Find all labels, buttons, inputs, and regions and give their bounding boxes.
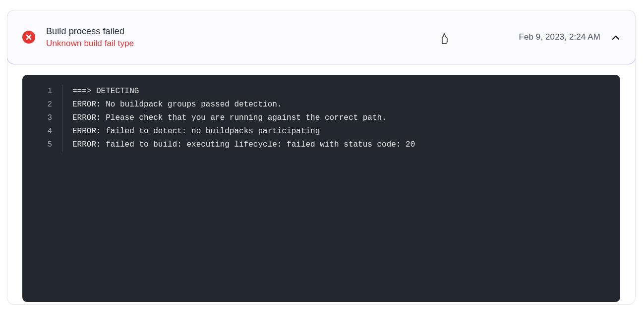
build-timestamp: Feb 9, 2023, 2:24 AM xyxy=(519,32,600,42)
log-line: 5 ERROR: failed to build: executing life… xyxy=(22,138,620,152)
log-line: 2 ERROR: No buildpack groups passed dete… xyxy=(22,98,620,111)
log-line-content: ERROR: failed to build: executing lifecy… xyxy=(62,138,415,152)
log-line-content: ERROR: No buildpack groups passed detect… xyxy=(62,98,282,111)
log-line-number: 5 xyxy=(22,138,62,152)
header-texts: Build process failed Unknown build fail … xyxy=(46,26,134,49)
log-line-content: ERROR: Please check that you are running… xyxy=(62,111,387,125)
log-line-number: 2 xyxy=(22,98,62,111)
log-line-content: ERROR: failed to detect: no buildpacks p… xyxy=(62,125,320,138)
log-line-number: 1 xyxy=(22,85,62,98)
log-line-number: 3 xyxy=(22,111,62,125)
build-status-card: Build process failed Unknown build fail … xyxy=(7,10,636,305)
log-line: 1 ===> DETECTING xyxy=(22,85,620,98)
error-icon xyxy=(22,31,35,44)
log-line-content: ===> DETECTING xyxy=(62,85,139,98)
header-right: Feb 9, 2023, 2:24 AM xyxy=(519,32,620,42)
build-status-header[interactable]: Build process failed Unknown build fail … xyxy=(7,10,636,64)
log-line: 4 ERROR: failed to detect: no buildpacks… xyxy=(22,125,620,138)
build-status-title: Build process failed xyxy=(46,26,134,37)
build-log-panel: 1 ===> DETECTING 2 ERROR: No buildpack g… xyxy=(22,75,620,302)
log-line: 3 ERROR: Please check that you are runni… xyxy=(22,111,620,125)
log-line-number: 4 xyxy=(22,125,62,138)
chevron-up-icon[interactable] xyxy=(611,33,620,42)
build-status-subtitle: Unknown build fail type xyxy=(46,39,134,49)
